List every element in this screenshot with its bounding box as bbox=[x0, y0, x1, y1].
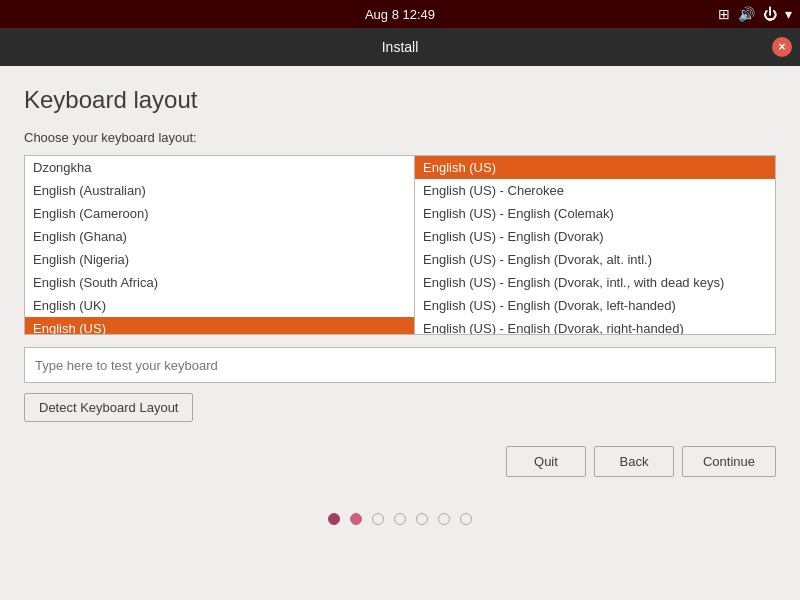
language-list[interactable]: DzongkhaEnglish (Australian)English (Cam… bbox=[24, 155, 414, 335]
menu-icon: ▾ bbox=[785, 6, 792, 22]
list-item[interactable]: English (Cameroon) bbox=[25, 202, 414, 225]
variant-list[interactable]: English (US)English (US) - CherokeeEngli… bbox=[414, 155, 776, 335]
close-button[interactable]: × bbox=[772, 37, 792, 57]
keyboard-layout-lists: DzongkhaEnglish (Australian)English (Cam… bbox=[24, 155, 776, 335]
progress-dot-6 bbox=[460, 513, 472, 525]
progress-dot-5 bbox=[438, 513, 450, 525]
list-item[interactable]: English (Ghana) bbox=[25, 225, 414, 248]
progress-dot-4 bbox=[416, 513, 428, 525]
list-item[interactable]: English (US) - English (Dvorak) bbox=[415, 225, 775, 248]
list-item[interactable]: English (US) - English (Dvorak, intl., w… bbox=[415, 271, 775, 294]
window-title: Install bbox=[382, 39, 419, 55]
detect-keyboard-button[interactable]: Detect Keyboard Layout bbox=[24, 393, 193, 422]
system-tray: ⊞ 🔊 ⏻ ▾ bbox=[718, 6, 792, 22]
list-item[interactable]: English (US) - English (Dvorak, alt. int… bbox=[415, 248, 775, 271]
top-bar: Aug 8 12:49 ⊞ 🔊 ⏻ ▾ bbox=[0, 0, 800, 28]
list-item[interactable]: English (US) - English (Dvorak, right-ha… bbox=[415, 317, 775, 335]
list-item[interactable]: English (US) bbox=[415, 156, 775, 179]
list-item[interactable]: Dzongkha bbox=[25, 156, 414, 179]
progress-dot-0 bbox=[328, 513, 340, 525]
list-item[interactable]: English (US) - English (Dvorak, left-han… bbox=[415, 294, 775, 317]
back-button[interactable]: Back bbox=[594, 446, 674, 477]
test-input-container bbox=[24, 347, 776, 383]
progress-indicator bbox=[0, 513, 800, 525]
list-item[interactable]: English (US) - English (Colemak) bbox=[415, 202, 775, 225]
quit-button[interactable]: Quit bbox=[506, 446, 586, 477]
progress-dot-1 bbox=[350, 513, 362, 525]
list-item[interactable]: English (US) - Cherokee bbox=[415, 179, 775, 202]
network-icon: ⊞ bbox=[718, 6, 730, 22]
list-item[interactable]: English (US) bbox=[25, 317, 414, 335]
title-bar: Install × bbox=[0, 28, 800, 66]
list-item[interactable]: English (Nigeria) bbox=[25, 248, 414, 271]
continue-button[interactable]: Continue bbox=[682, 446, 776, 477]
list-item[interactable]: English (Australian) bbox=[25, 179, 414, 202]
list-item[interactable]: English (UK) bbox=[25, 294, 414, 317]
navigation-buttons: Quit Back Continue bbox=[24, 446, 776, 477]
list-item[interactable]: English (South Africa) bbox=[25, 271, 414, 294]
keyboard-test-input[interactable] bbox=[24, 347, 776, 383]
volume-icon: 🔊 bbox=[738, 6, 755, 22]
power-icon: ⏻ bbox=[763, 6, 777, 22]
progress-dot-3 bbox=[394, 513, 406, 525]
page-title: Keyboard layout bbox=[24, 86, 776, 114]
content-area: Keyboard layout Choose your keyboard lay… bbox=[0, 66, 800, 493]
time-display: Aug 8 12:49 bbox=[365, 7, 435, 22]
progress-dot-2 bbox=[372, 513, 384, 525]
subtitle-label: Choose your keyboard layout: bbox=[24, 130, 776, 145]
